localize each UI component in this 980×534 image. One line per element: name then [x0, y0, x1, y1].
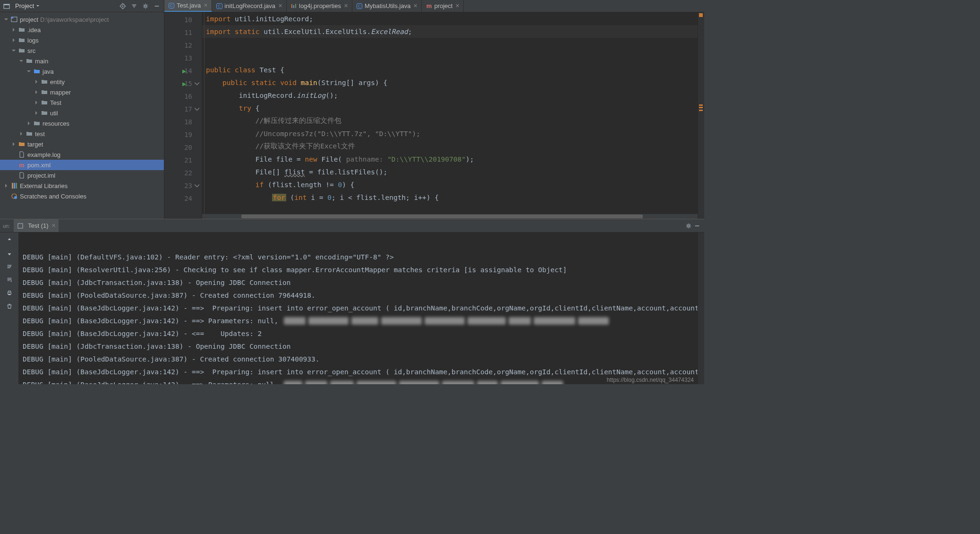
code-line[interactable]: //获取该文件夹下的Excel文件 [202, 140, 698, 153]
gutter-line[interactable]: 23 [164, 179, 202, 192]
scroll-thumb[interactable] [241, 215, 643, 218]
tree-item-mapper[interactable]: mapper [0, 87, 164, 97]
close-icon[interactable]: ✕ [278, 3, 282, 9]
run-tab[interactable]: Test (1) ✕ [14, 219, 58, 232]
tab-test-java[interactable]: CTest.java✕ [164, 0, 212, 12]
chevron-down-icon[interactable] [26, 68, 32, 75]
tab-mybatisutils-java[interactable]: CMybatisUtils.java✕ [352, 0, 422, 12]
tree-item-resources[interactable]: resources [0, 118, 164, 129]
chevron-right-icon[interactable] [26, 120, 32, 127]
chevron-down-icon[interactable] [10, 47, 17, 54]
chevron-right-icon[interactable] [18, 130, 25, 137]
chevron-right-icon[interactable] [33, 89, 40, 95]
gutter-line[interactable]: 17 [164, 103, 202, 115]
chevron-right-icon[interactable] [3, 182, 9, 189]
tab-log4j-properties[interactable]: log4j.properties✕ [287, 0, 352, 12]
sidebar-title[interactable]: Project [15, 2, 40, 9]
editor-overview-ruler[interactable] [698, 12, 704, 219]
soft-wrap-icon[interactable] [4, 261, 15, 272]
minimize-icon[interactable] [693, 222, 701, 230]
tree-item-main[interactable]: main [0, 56, 164, 66]
gutter-line[interactable]: 10 [164, 13, 202, 26]
chevron-right-icon[interactable] [10, 26, 17, 33]
tree-item-test[interactable]: test [0, 129, 164, 139]
tree-item--idea[interactable]: .idea [0, 25, 164, 35]
chevron-right-icon[interactable] [10, 37, 17, 43]
code-line[interactable]: import util.initLogRecord; [202, 12, 698, 25]
gutter-line[interactable]: 15▶ [164, 77, 202, 90]
gear-icon[interactable] [141, 2, 150, 10]
gutter-line[interactable]: 19 [164, 128, 202, 141]
scratches-consoles[interactable]: Scratches and Consoles [0, 191, 164, 201]
code-line[interactable]: //解压传过来的压缩文件包 [202, 114, 698, 127]
code-line[interactable]: import static util.ExcelUtil.ExcelUtils.… [202, 25, 698, 38]
code-line[interactable]: public class Test { [202, 63, 698, 76]
code-line[interactable]: for (int i = 0; i < flist.length; i++) { [202, 191, 698, 204]
tree-root[interactable]: project D:\javaworkspace\project [0, 14, 164, 25]
close-icon[interactable]: ✕ [51, 223, 56, 229]
chevron-down-icon[interactable] [18, 58, 25, 64]
tree-item-logs[interactable]: logs [0, 35, 164, 45]
gutter-line[interactable]: 16 [164, 90, 202, 103]
gutter-line[interactable]: 18 [164, 115, 202, 128]
run-gutter-icon[interactable]: ▶ [182, 67, 186, 75]
gutter-line[interactable]: 13 [164, 52, 202, 64]
gutter-line[interactable]: 20 [164, 141, 202, 154]
gutter-line[interactable]: 12 [164, 39, 202, 52]
scroll-to-end-icon[interactable] [4, 274, 15, 285]
code-line[interactable]: //Uncompress7z("D:\\YTT.7z", "D:\\YTT"); [202, 127, 698, 140]
code-line[interactable] [202, 38, 698, 51]
tree-item-test[interactable]: Test [0, 97, 164, 108]
gutter-line[interactable]: 21 [164, 154, 202, 166]
tab-initlogrecord-java[interactable]: CinitLogRecord.java✕ [212, 0, 287, 12]
tree-item-entity[interactable]: entity [0, 77, 164, 87]
fold-icon[interactable] [194, 183, 200, 189]
close-icon[interactable]: ✕ [344, 3, 348, 9]
aim-icon[interactable] [119, 2, 127, 10]
tree-item-label: test [35, 130, 45, 138]
gutter-line[interactable]: 11 [164, 26, 202, 39]
code-line[interactable]: public static void main(String[] args) { [202, 76, 698, 89]
code-area[interactable]: import util.initLogRecord;import static … [202, 12, 698, 219]
chevron-down-icon[interactable] [3, 16, 9, 23]
gutter-line[interactable]: 14▶ [164, 64, 202, 77]
tree-item-example-log[interactable]: example.log [0, 149, 164, 160]
tree-item-util[interactable]: util [0, 108, 164, 118]
editor-gutter[interactable]: 1011121314▶15▶161718192021222324 [164, 12, 202, 219]
console-scrollbar[interactable] [698, 233, 704, 384]
horizontal-scrollbar[interactable] [202, 214, 698, 219]
code-line[interactable]: File file = new File( pathname: "D:\\YTT… [202, 153, 698, 165]
down-icon[interactable] [4, 248, 15, 259]
trash-icon[interactable] [4, 301, 15, 312]
close-icon[interactable]: ✕ [455, 3, 460, 9]
fold-icon[interactable] [194, 81, 200, 86]
code-line[interactable]: if (flist.length != 0) { [202, 178, 698, 191]
gear-icon[interactable] [684, 222, 693, 230]
run-gutter-icon[interactable]: ▶ [182, 80, 186, 87]
chevron-right-icon[interactable] [33, 99, 40, 106]
gutter-line[interactable]: 22 [164, 166, 202, 179]
tree-item-target[interactable]: target [0, 139, 164, 149]
close-icon[interactable]: ✕ [204, 2, 208, 9]
close-icon[interactable]: ✕ [413, 3, 418, 9]
collapse-all-icon[interactable] [130, 2, 138, 10]
print-icon[interactable] [4, 287, 15, 299]
code-line[interactable]: File[] flist = file.listFiles(); [202, 165, 698, 178]
gutter-line[interactable]: 24 [164, 192, 202, 205]
chevron-right-icon[interactable] [33, 78, 40, 85]
minimize-icon[interactable] [153, 2, 161, 10]
chevron-right-icon[interactable] [10, 141, 17, 147]
code-line[interactable]: initLogRecord.initLog(); [202, 89, 698, 102]
console-output[interactable]: DEBUG [main] (DefaultVFS.java:102) - Rea… [19, 233, 698, 384]
tree-item-project-iml[interactable]: project.iml [0, 170, 164, 181]
tab-project[interactable]: mproject✕ [422, 0, 464, 12]
chevron-right-icon[interactable] [33, 110, 40, 116]
external-libraries[interactable]: External Libraries [0, 181, 164, 191]
tree-item-pom-xml[interactable]: mpom.xml [0, 160, 164, 170]
tree-item-java[interactable]: java [0, 66, 164, 77]
up-icon[interactable] [4, 234, 15, 246]
tree-item-src[interactable]: src [0, 45, 164, 56]
code-line[interactable]: try { [202, 102, 698, 114]
code-line[interactable] [202, 51, 698, 63]
fold-icon[interactable] [194, 106, 200, 112]
